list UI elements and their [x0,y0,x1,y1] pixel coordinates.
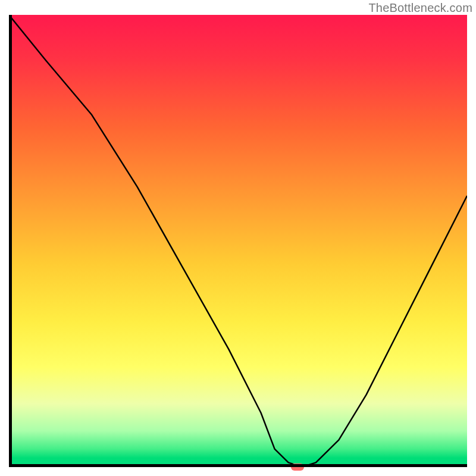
chart-container: TheBottleneck.com [0,0,476,476]
watermark-text: TheBottleneck.com [368,1,472,15]
curve-svg [9,15,467,467]
bottleneck-curve [9,15,467,467]
y-axis [9,15,12,467]
x-axis [9,464,467,467]
